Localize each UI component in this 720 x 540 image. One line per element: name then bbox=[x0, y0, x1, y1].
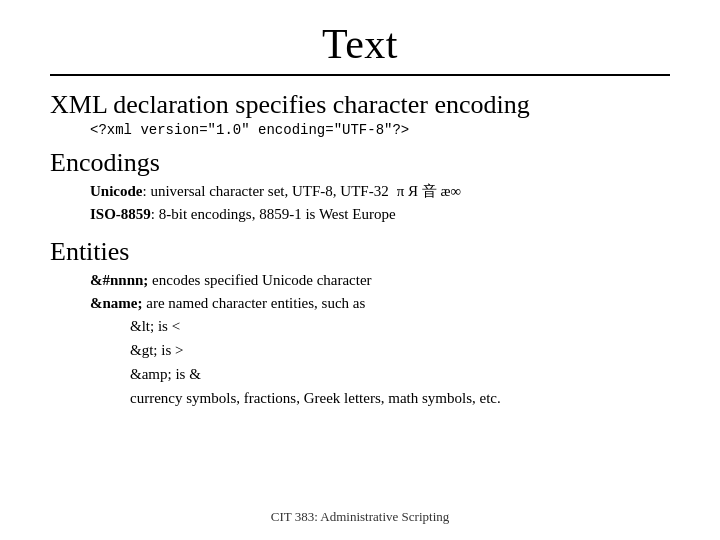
iso-item: ISO-8859: 8-bit encodings, 8859-1 is Wes… bbox=[50, 203, 670, 226]
unicode-chars: π Я 音 æ∞ bbox=[397, 180, 462, 203]
xml-section: XML declaration specifies character enco… bbox=[50, 86, 670, 144]
entities-heading: Entities bbox=[50, 237, 670, 267]
entity-numeric-code: &#nnnn; bbox=[90, 272, 148, 288]
iso-bold: ISO-8859 bbox=[90, 206, 151, 222]
entity-named-code: &name; bbox=[90, 295, 143, 311]
footer: CIT 383: Administrative Scripting bbox=[50, 501, 670, 525]
entity-named-desc: are named character entities, such as bbox=[143, 295, 366, 311]
entity-lt: &lt; is < bbox=[50, 314, 670, 338]
unicode-suffix: : universal character set, UTF-8, UTF-32 bbox=[143, 183, 389, 199]
entity-numeric: &#nnnn; encodes specified Unicode charac… bbox=[50, 269, 670, 292]
iso-suffix: : 8-bit encodings, 8859-1 is West Europe bbox=[151, 206, 396, 222]
unicode-label: Unicode: universal character set, UTF-8,… bbox=[90, 180, 389, 203]
xml-code: <?xml version="1.0" encoding="UTF-8"?> bbox=[50, 122, 670, 138]
entities-section: Entities &#nnnn; encodes specified Unico… bbox=[50, 233, 670, 410]
unicode-item: Unicode: universal character set, UTF-8,… bbox=[50, 180, 670, 203]
xml-heading: XML declaration specifies character enco… bbox=[50, 90, 670, 120]
entity-others: currency symbols, fractions, Greek lette… bbox=[50, 386, 670, 410]
entity-named: &name; are named character entities, suc… bbox=[50, 292, 670, 315]
encodings-heading: Encodings bbox=[50, 148, 670, 178]
page: Text XML declaration specifies character… bbox=[0, 0, 720, 540]
page-title: Text bbox=[50, 20, 670, 68]
entity-amp: &amp; is & bbox=[50, 362, 670, 386]
entity-numeric-desc: encodes specified Unicode character bbox=[148, 272, 371, 288]
entity-gt: &gt; is > bbox=[50, 338, 670, 362]
encodings-section: Encodings Unicode: universal character s… bbox=[50, 144, 670, 225]
unicode-bold: Unicode bbox=[90, 183, 143, 199]
title-divider bbox=[50, 74, 670, 76]
